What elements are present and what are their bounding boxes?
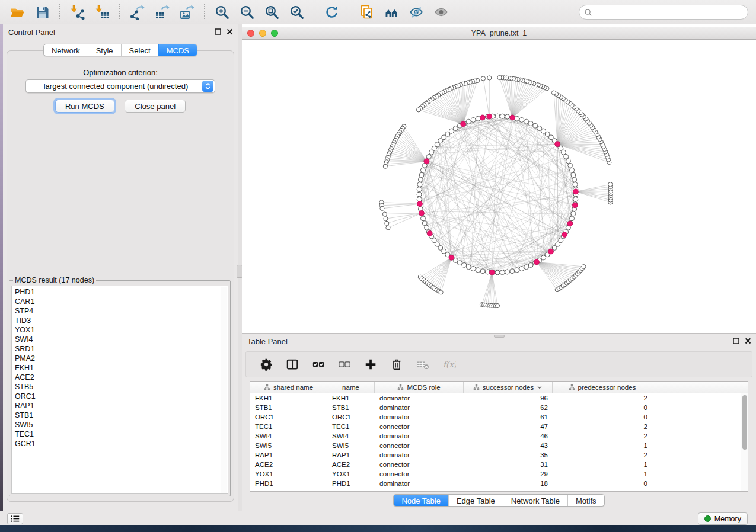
mcds-result-item[interactable]: SWI4 [15,335,219,344]
mcds-result-item[interactable]: CAR1 [15,297,219,306]
network-canvas[interactable] [242,40,756,333]
share-document-icon[interactable] [356,3,377,21]
table-row[interactable]: STB1STB1dominator620 [250,403,741,412]
column-header-name[interactable]: name [327,382,375,393]
show-columns-icon[interactable] [282,355,302,373]
table-row[interactable]: SWI5SWI5connector431 [250,441,741,450]
task-history-button[interactable] [7,513,23,524]
mcds-result-item[interactable]: FKH1 [15,363,219,373]
mcds-result-item[interactable]: ACE2 [15,373,219,382]
zoom-out-icon[interactable] [237,3,257,21]
refresh-layout-icon[interactable] [321,3,342,21]
search-network-icon[interactable] [381,3,401,21]
memory-label: Memory [714,515,741,523]
table-row[interactable]: SWI4SWI4dominator462 [250,431,741,441]
deselect-all-rows-icon[interactable] [334,355,355,373]
mcds-result-list[interactable]: PHD1CAR1STP4TID3YOX1SWI4SRD1PMA2FKH1ACE2… [15,287,219,492]
mcds-result-item[interactable]: PMA2 [15,354,219,363]
column-header-MCDS-role[interactable]: MCDS role [375,382,464,393]
zoom-in-icon[interactable] [212,3,232,21]
mcds-list-scrollbar[interactable] [221,287,227,493]
optimization-criterion-select[interactable]: largest connected component (undirected) [25,79,215,93]
float-table-panel-icon[interactable] [733,338,739,344]
table-row[interactable]: ACE2ACE2connector311 [250,460,741,469]
table-cell: 29 [464,469,553,479]
tab-mcds[interactable]: MCDS [158,44,197,56]
mcds-result-item[interactable]: TEC1 [15,430,219,439]
export-network-icon[interactable] [127,3,147,21]
table-cell: dominator [375,431,464,441]
table-row[interactable]: TEC1TEC1connector472 [250,422,741,431]
mcds-result-item[interactable]: STP4 [15,306,219,316]
tab-node-table[interactable]: Node Table [394,495,448,506]
control-panel: Control Panel NetworkStyleSelectMCDS Opt… [3,24,238,511]
search-input[interactable] [595,8,743,17]
hide-graphics-icon[interactable] [406,3,426,21]
mcds-result-item[interactable]: GCR1 [15,439,219,448]
table-scrollbar-thumb[interactable] [742,395,747,450]
add-column-icon[interactable] [361,355,381,373]
tab-network-table[interactable]: Network Table [503,495,567,506]
table-cell: FKH1 [250,393,327,403]
tab-edge-table[interactable]: Edge Table [448,495,503,506]
close-panel-icon[interactable] [227,28,233,35]
tab-select[interactable]: Select [121,44,158,56]
node-table-header: shared namenameMCDS rolesuccessor nodesp… [250,382,748,393]
table-cell: connector [375,441,464,450]
column-header-successor-nodes[interactable]: successor nodes [464,382,553,393]
table-cell: 96 [464,393,553,403]
zoom-fit-icon[interactable] [261,3,282,21]
settings-gear-icon[interactable] [256,355,276,373]
toolbar-separator [119,4,120,20]
delete-column-icon[interactable] [387,355,407,373]
table-cell: SWI5 [250,441,327,450]
table-scrollbar[interactable] [741,393,748,491]
table-row[interactable]: RAP1RAP1dominator352 [250,450,741,460]
column-header-shared-name[interactable]: shared name [250,382,327,393]
table-row[interactable]: FKH1FKH1dominator962 [250,393,741,403]
zoom-selected-icon[interactable] [286,3,307,21]
network-graph[interactable] [242,40,756,333]
mcds-result-item[interactable]: STB1 [15,411,219,420]
import-network-icon[interactable] [67,3,87,21]
float-panel-icon[interactable] [215,28,221,35]
mcds-result-item[interactable]: SWI5 [15,420,219,430]
select-all-rows-icon[interactable] [308,355,328,373]
mcds-result-item[interactable]: SRD1 [15,344,219,354]
table-row[interactable]: YOX1YOX1connector291 [250,469,741,479]
table-cell: dominator [375,403,464,412]
tab-network[interactable]: Network [44,44,88,56]
table-cell: 2 [553,422,652,431]
column-header-predecessor-nodes[interactable]: predecessor nodes [553,382,652,393]
mcds-result-item[interactable]: RAP1 [15,401,219,411]
tab-style[interactable]: Style [88,44,121,56]
mcds-result-item[interactable]: YOX1 [15,325,219,335]
mcds-result-item[interactable]: PHD1 [15,287,219,297]
mcds-result-item[interactable]: STB5 [15,382,219,392]
table-cell: FKH1 [327,393,375,403]
export-image-icon[interactable] [177,3,197,21]
table-cell: dominator [375,412,464,422]
run-mcds-button[interactable]: Run MCDS [55,100,114,113]
search-box[interactable] [579,5,748,20]
show-graphics-icon[interactable] [431,3,451,21]
import-table-icon[interactable] [92,3,112,21]
export-table-icon[interactable] [152,3,172,21]
vertical-splitter[interactable] [238,24,242,511]
memory-status-icon [704,515,711,522]
open-file-icon[interactable] [7,3,27,21]
toolbar-separator [314,4,314,20]
close-panel-button[interactable]: Close panel [125,100,186,113]
memory-button[interactable]: Memory [698,512,748,525]
table-cell: connector [375,460,464,469]
desktop-wallpaper-bottom [0,525,756,532]
node-table: shared namenameMCDS rolesuccessor nodesp… [250,381,748,492]
close-table-panel-icon[interactable] [745,338,751,344]
table-row[interactable]: ORC1ORC1dominator610 [250,412,741,422]
table-row[interactable]: PHD1PHD1dominator180 [250,479,741,488]
svg-text:f(x): f(x) [442,360,455,369]
save-session-icon[interactable] [32,3,52,21]
mcds-result-item[interactable]: TID3 [15,316,219,325]
mcds-result-item[interactable]: ORC1 [15,392,219,401]
tab-motifs[interactable]: Motifs [567,495,604,506]
